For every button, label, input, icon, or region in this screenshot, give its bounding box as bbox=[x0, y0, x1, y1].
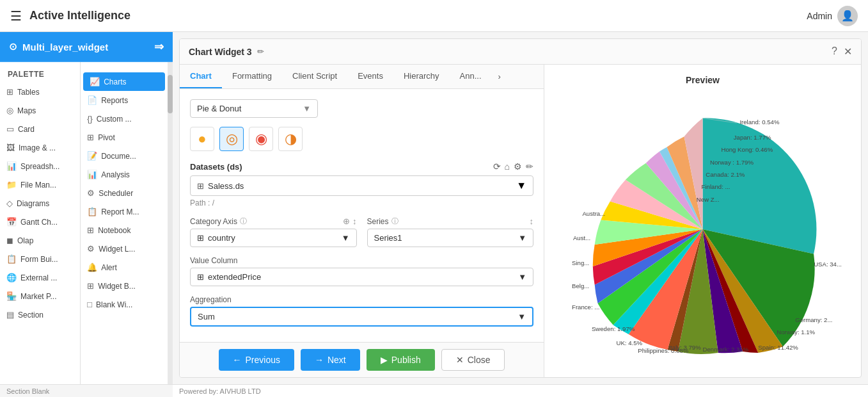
sidebar-item-olap[interactable]: ◼ Olap bbox=[0, 231, 80, 250]
sidebar-item-external[interactable]: 🌐 External ... bbox=[0, 268, 80, 287]
preview-title: Preview bbox=[555, 75, 851, 85]
sidebar-item-spreadsh[interactable]: 📊 Spreadsh... bbox=[0, 157, 80, 175]
sidebar-item-custom[interactable]: {} Custom ... bbox=[81, 109, 168, 128]
value-column-label: Value Column bbox=[190, 256, 237, 265]
sidebar-toggle-icon[interactable]: ⇒ bbox=[154, 40, 164, 54]
olap-label: Olap bbox=[17, 236, 33, 245]
gantt-label: Gantt Ch... bbox=[20, 218, 58, 227]
category-info-icon[interactable]: ⓘ bbox=[240, 216, 247, 226]
sidebar-item-card[interactable]: ▭ Card bbox=[0, 120, 80, 138]
tab-formatting[interactable]: Formatting bbox=[222, 65, 282, 88]
sidebar-item-marketp[interactable]: 🏪 Market P... bbox=[0, 287, 80, 305]
edit-ds-icon[interactable]: ✏ bbox=[526, 161, 533, 172]
next-button[interactable]: → Next bbox=[301, 349, 360, 371]
value-column-arrow: ▼ bbox=[518, 272, 526, 282]
series-info-icon[interactable]: ⓘ bbox=[391, 216, 398, 226]
sidebar-item-reports[interactable]: 📄 Reports bbox=[81, 91, 168, 109]
marketp-icon: 🏪 bbox=[6, 291, 17, 301]
sort-icon[interactable]: ↕ bbox=[352, 216, 357, 226]
sidebar-item-formbui[interactable]: 📋 Form Bui... bbox=[0, 250, 80, 268]
home-icon[interactable]: ⌂ bbox=[505, 161, 510, 172]
sidebar-item-charts[interactable]: 📈 Charts bbox=[83, 72, 165, 91]
sidebar-item-docume[interactable]: 📝 Docume... bbox=[81, 147, 168, 165]
series-select[interactable]: Series1 ▼ bbox=[367, 229, 534, 247]
datasets-label: Datasets (ds) bbox=[190, 162, 242, 172]
charts-label: Charts bbox=[104, 77, 126, 86]
sidebar-item-notebook[interactable]: ⊞ Notebook bbox=[81, 221, 168, 239]
edit-icon[interactable]: ✏ bbox=[257, 47, 264, 56]
tab-events[interactable]: Events bbox=[347, 65, 393, 88]
sidebar-item-blankwi[interactable]: □ Blank Wi... bbox=[81, 295, 168, 314]
refresh-icon[interactable]: ⟳ bbox=[493, 161, 501, 172]
sidebar-item-diagrams[interactable]: ◇ Diagrams bbox=[0, 194, 80, 213]
publish-button[interactable]: ▶ Publish bbox=[367, 349, 435, 371]
sidebar-item-reportm[interactable]: 📋 Report M... bbox=[81, 202, 168, 221]
sidebar-item-section[interactable]: ▤ Section bbox=[0, 305, 80, 324]
tab-clientscript[interactable]: Client Script bbox=[282, 65, 347, 88]
legend-germany: Germany: 2... bbox=[795, 316, 832, 323]
tab-ann[interactable]: Ann... bbox=[450, 65, 492, 88]
sidebar-item-maps[interactable]: ◎ Maps bbox=[0, 101, 80, 120]
tables-label: Tables bbox=[17, 88, 40, 97]
close-dialog-icon[interactable]: ✕ bbox=[844, 45, 852, 58]
sidebar-item-widgetb[interactable]: ⊞ Widget B... bbox=[81, 277, 168, 295]
category-axis-select[interactable]: ⊞ country ▼ bbox=[190, 229, 357, 247]
powered-by-text: Powered by: AIVHUB LTD bbox=[179, 387, 261, 395]
close-button[interactable]: ✕ Close bbox=[441, 349, 505, 371]
sidebar-item-pivot[interactable]: ⊞ Pivot bbox=[81, 128, 168, 147]
analysis-icon: 📊 bbox=[87, 170, 97, 179]
chart-type-dropdown[interactable]: Pie & Donut ▼ bbox=[190, 99, 318, 118]
aggregation-select[interactable]: Sum ▼ bbox=[190, 307, 533, 327]
dialog-header: Chart Widget 3 ✏ ? ✕ bbox=[180, 39, 861, 65]
spreadsh-label: Spreadsh... bbox=[20, 162, 59, 171]
legend-aust: Aust... bbox=[573, 234, 590, 241]
chart-icon-pie[interactable]: ● bbox=[190, 127, 214, 151]
sidebar-item-widgetl[interactable]: ⚙ Widget L... bbox=[81, 239, 168, 258]
help-icon[interactable]: ? bbox=[832, 45, 837, 58]
legend-sing: Sing... bbox=[572, 259, 589, 266]
chart-icon-donut[interactable]: ◎ bbox=[219, 127, 244, 151]
sidebar-item-tables[interactable]: ⊞ Tables bbox=[0, 83, 80, 101]
chart-icon-donut2[interactable]: ◉ bbox=[249, 127, 273, 151]
value-column-value: extendedPrice bbox=[208, 272, 261, 282]
hamburger-icon[interactable]: ☰ bbox=[10, 8, 22, 24]
widgetb-label: Widget B... bbox=[98, 282, 136, 291]
chart-icon-pie2[interactable]: ◑ bbox=[278, 127, 303, 151]
legend-newz: New Z... bbox=[697, 196, 720, 203]
group-icon[interactable]: ⊕ bbox=[343, 216, 350, 226]
sidebar-item-gantt[interactable]: 📅 Gantt Ch... bbox=[0, 213, 80, 231]
pie-chart-svg: Ireland: 0.54% Japan: 1.77% Hong Kong: 0… bbox=[555, 101, 851, 357]
sidebar-scroll-thumb[interactable] bbox=[168, 75, 173, 113]
widgetl-label: Widget L... bbox=[99, 245, 135, 254]
blankwi-label: Blank Wi... bbox=[96, 300, 132, 309]
external-label: External ... bbox=[20, 273, 57, 282]
sidebar-item-scheduler[interactable]: ⚙ Scheduler bbox=[81, 184, 168, 202]
tab-chart[interactable]: Chart bbox=[180, 65, 222, 88]
sidebar-item-fileman[interactable]: 📁 File Man... bbox=[0, 175, 80, 194]
prev-button[interactable]: ← Previous bbox=[219, 349, 294, 371]
aggregation-arrow: ▼ bbox=[517, 312, 526, 321]
tab-hierarchy[interactable]: Hierarchy bbox=[393, 65, 450, 88]
sidebar-item-image[interactable]: 🖼 Image & ... bbox=[0, 138, 80, 157]
charts-icon: 📈 bbox=[90, 77, 100, 86]
pivot-label: Pivot bbox=[98, 133, 115, 142]
sidebar-item-alert[interactable]: 🔔 Alert bbox=[81, 258, 168, 277]
dataset-select[interactable]: ⊞ Saless.ds ▼ bbox=[190, 175, 533, 196]
series-actions: ↕ bbox=[530, 216, 534, 226]
dataset-select-left: ⊞ Saless.ds bbox=[197, 181, 244, 191]
datasets-header: Datasets (ds) ⟳ ⌂ ⚙ ✏ bbox=[190, 161, 533, 172]
tab-more-icon[interactable]: › bbox=[492, 65, 507, 88]
sidebar-item-analysis[interactable]: 📊 Analysis bbox=[81, 165, 168, 184]
settings-icon[interactable]: ⚙ bbox=[514, 161, 522, 172]
legend-france: France: ... bbox=[572, 304, 599, 311]
series-sort-icon[interactable]: ↕ bbox=[530, 216, 534, 226]
value-column-select[interactable]: ⊞ extendedPrice ▼ bbox=[190, 268, 533, 286]
tables-icon: ⊞ bbox=[6, 87, 13, 97]
config-tabs: Chart Formatting Client Script Events Hi… bbox=[180, 65, 544, 89]
diagrams-label: Diagrams bbox=[17, 199, 49, 208]
reports-icon: 📄 bbox=[87, 95, 97, 105]
chart-type-value: Pie & Donut bbox=[197, 104, 241, 113]
next-label: Next bbox=[327, 355, 346, 365]
sidebar-scroll-track[interactable] bbox=[168, 62, 173, 384]
admin-avatar[interactable]: 👤 bbox=[837, 6, 858, 26]
